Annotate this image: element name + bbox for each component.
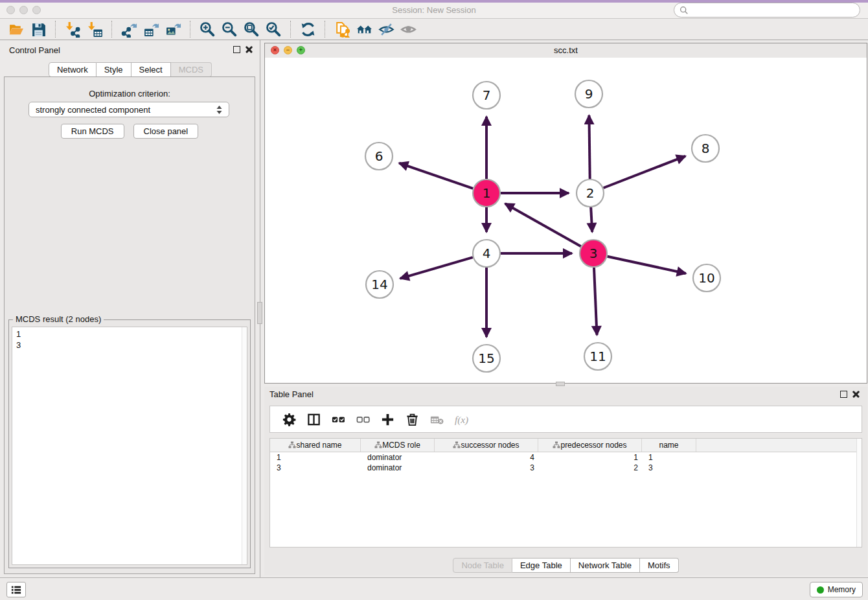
column-label: successor nodes	[461, 441, 519, 450]
mcds-panel: Optimization criterion: strongly connect…	[4, 76, 255, 574]
cell-shared-name[interactable]: 1	[270, 452, 361, 463]
import-table-button[interactable]	[84, 19, 106, 39]
export-table-button[interactable]	[140, 19, 162, 39]
tab-motifs[interactable]: Motifs	[640, 558, 679, 573]
export-network-button[interactable]	[118, 19, 140, 39]
svg-text:f(x): f(x)	[455, 414, 468, 426]
close-panel-icon[interactable]	[246, 46, 253, 53]
cell-shared-name[interactable]: 3	[270, 463, 361, 473]
edge-3-1[interactable]	[505, 203, 581, 246]
save-session-button[interactable]	[27, 19, 49, 39]
column-header-successor-nodes[interactable]: successor nodes	[435, 439, 538, 452]
hierarchy-icon	[288, 441, 296, 449]
tab-mcds[interactable]: MCDS	[171, 62, 212, 77]
table-row[interactable]: 1dominator411	[270, 452, 862, 463]
zoom-selected-button[interactable]	[262, 19, 284, 39]
zoom-selected-icon	[266, 21, 282, 38]
criterion-dropdown[interactable]: strongly connected component	[29, 102, 229, 117]
edge-3-10[interactable]	[608, 257, 686, 273]
edge-1-6[interactable]	[399, 163, 473, 189]
float-panel-icon[interactable]	[233, 46, 240, 53]
zoom-out-icon	[222, 21, 238, 38]
search-icon	[680, 6, 689, 15]
search-input[interactable]	[689, 5, 854, 16]
node-label-1: 1	[483, 185, 491, 201]
edge-2-3[interactable]	[591, 207, 592, 232]
tab-node-table[interactable]: Node Table	[453, 558, 512, 573]
cell-successor-nodes[interactable]: 3	[435, 463, 538, 473]
cell-name[interactable]: 3	[642, 463, 696, 473]
table-settings-icon	[282, 412, 297, 427]
hierarchy-icon	[553, 441, 560, 449]
tab-network[interactable]: Network	[49, 62, 97, 77]
refresh-icon	[300, 21, 316, 38]
add-column-button[interactable]	[378, 410, 398, 429]
hierarchy-icon	[453, 441, 461, 449]
column-header-name[interactable]: name	[642, 439, 696, 452]
table-scrollbar[interactable]	[856, 439, 862, 547]
export-image-button[interactable]	[162, 19, 184, 39]
tab-select[interactable]: Select	[131, 62, 171, 77]
close-table-panel-icon[interactable]	[852, 391, 860, 398]
network-graph[interactable]: 7968124314101511	[265, 58, 867, 383]
deselect-all-button[interactable]	[353, 410, 373, 429]
toolbar-separator	[55, 21, 56, 38]
open-session-icon	[8, 21, 25, 38]
task-list-button[interactable]	[6, 582, 26, 597]
zoom-out-button[interactable]	[218, 19, 240, 39]
close-panel-button[interactable]: Close panel	[133, 124, 199, 139]
show-all-icon	[400, 21, 417, 38]
network-window-titlebar[interactable]: × − + scc.txt	[265, 43, 867, 58]
cell-name[interactable]: 1	[642, 452, 696, 463]
node-table: shared nameMCDS rolesuccessor nodesprede…	[269, 438, 862, 548]
select-all-button[interactable]	[328, 410, 348, 429]
column-label: MCDS role	[382, 441, 420, 450]
show-all-button[interactable]	[397, 19, 419, 39]
split-view-button[interactable]	[304, 410, 324, 429]
vertical-splitter-handle[interactable]	[257, 302, 262, 324]
control-panel-header: Control Panel	[0, 40, 260, 60]
open-session-button[interactable]	[5, 19, 27, 39]
zoom-in-button[interactable]	[196, 19, 218, 39]
control-panel-tabs: NetworkStyleSelectMCDS	[0, 62, 260, 77]
delete-column-button[interactable]	[402, 410, 422, 429]
refresh-button[interactable]	[297, 19, 319, 39]
cell-successor-nodes[interactable]: 4	[435, 452, 538, 463]
edge-3-11[interactable]	[594, 268, 597, 335]
delete-column-icon	[405, 412, 420, 427]
copy-network-button[interactable]	[331, 19, 353, 39]
column-header-predecessor-nodes[interactable]: predecessor nodes	[538, 439, 642, 452]
table-settings-button[interactable]	[279, 410, 299, 429]
cell-predecessor-nodes[interactable]: 2	[538, 463, 642, 473]
hide-selected-button[interactable]	[375, 19, 397, 39]
zoom-fit-button[interactable]	[240, 19, 262, 39]
cell-MCDS-role[interactable]: dominator	[361, 452, 435, 463]
edge-2-8[interactable]	[604, 156, 686, 188]
run-mcds-button[interactable]: Run MCDS	[61, 124, 124, 139]
import-network-button[interactable]	[62, 19, 84, 39]
import-table-icon	[87, 21, 103, 38]
toolbar-separator	[290, 21, 291, 38]
edge-4-14[interactable]	[400, 257, 473, 279]
mcds-result-textarea[interactable]: 1 3	[12, 327, 247, 565]
tab-edge-table[interactable]: Edge Table	[512, 558, 571, 573]
table-row[interactable]: 3dominator323	[270, 463, 862, 473]
cell-MCDS-role[interactable]: dominator	[361, 463, 435, 473]
result-scrollbar[interactable]	[242, 327, 247, 564]
mcds-result-lines: 1 3	[12, 327, 247, 352]
add-column-icon	[380, 412, 395, 427]
edge-2-9[interactable]	[589, 115, 589, 179]
first-neighbors-button[interactable]	[353, 19, 375, 39]
function-builder-button: f(x)	[451, 410, 472, 429]
column-header-MCDS-role[interactable]: MCDS role	[361, 439, 435, 452]
memory-button[interactable]: Memory	[810, 582, 863, 597]
search-box[interactable]	[674, 3, 860, 17]
horizontal-splitter-handle[interactable]	[556, 382, 565, 386]
table-toolbar: f(x)	[269, 406, 862, 433]
float-table-panel-icon[interactable]	[840, 391, 847, 398]
cell-predecessor-nodes[interactable]: 1	[538, 452, 642, 463]
delete-table-button	[427, 410, 447, 429]
column-header-shared-name[interactable]: shared name	[270, 439, 361, 452]
tab-network-table[interactable]: Network Table	[571, 558, 640, 573]
tab-style[interactable]: Style	[97, 62, 131, 77]
